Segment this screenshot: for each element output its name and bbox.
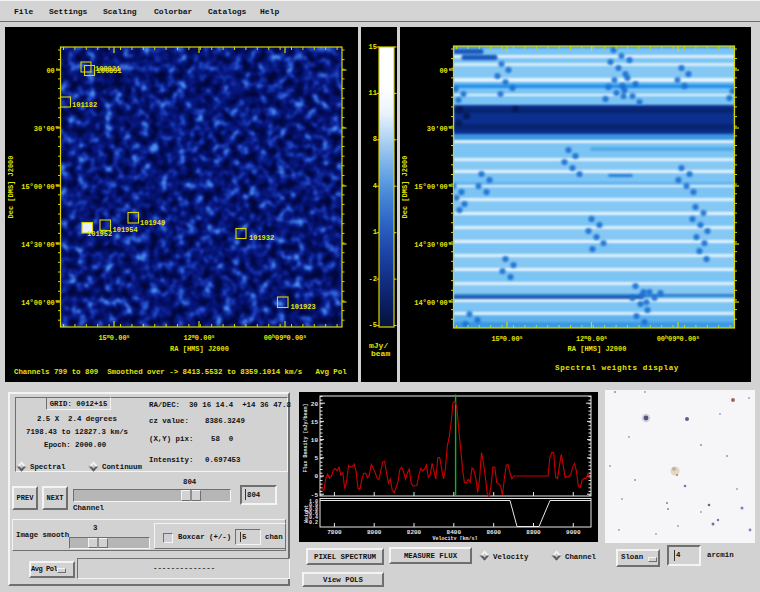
svg-text:30'00": 30'00"	[34, 125, 59, 133]
svg-text:00': 00'	[46, 67, 59, 75]
svg-text:20: 20	[311, 401, 319, 408]
svg-text:30'00": 30'00"	[427, 125, 452, 133]
svg-text:101182: 101182	[72, 101, 97, 109]
svg-text:1: 1	[373, 228, 377, 236]
svg-text:12m0.00s: 12m0.00s	[576, 335, 607, 343]
svg-text:Spectral weights display: Spectral weights display	[555, 364, 679, 372]
svg-text:8800: 8800	[526, 529, 541, 536]
svg-text:Channels 799 to 809 Smoothed: Channels 799 to 809 Smoothed over -> 841…	[14, 368, 347, 376]
svg-text:5: 5	[314, 455, 318, 462]
svg-text:100891: 100891	[97, 67, 122, 75]
svg-text:101932: 101932	[249, 234, 274, 242]
svg-text:15m0.00s: 15m0.00s	[98, 334, 129, 342]
svg-text:-5: -5	[311, 492, 319, 499]
svg-text:beam: beam	[371, 349, 390, 358]
svg-text:101923: 101923	[291, 303, 316, 311]
svg-text:8600: 8600	[486, 529, 501, 536]
svg-text:4: 4	[373, 182, 377, 190]
svg-text:9000: 9000	[566, 529, 581, 536]
svg-text:0: 0	[314, 473, 318, 480]
svg-text:15°00'00": 15°00'00"	[21, 183, 59, 191]
svg-text:101954: 101954	[113, 226, 138, 234]
svg-text:101952: 101952	[87, 230, 112, 238]
svg-text:Dec [DMS] J2000: Dec [DMS] J2000	[7, 155, 15, 218]
svg-text:-5: -5	[369, 321, 377, 329]
svg-text:14°30'00": 14°30'00"	[21, 241, 59, 249]
svg-text:00h09m0.00s: 00h09m0.00s	[264, 334, 307, 342]
svg-text:Dec [DMS] J2000: Dec [DMS] J2000	[401, 155, 409, 218]
svg-text:Velocity [km/s]: Velocity [km/s]	[432, 536, 477, 541]
svg-text:0.2: 0.2	[309, 520, 318, 526]
svg-text:12m0.00s: 12m0.00s	[183, 334, 214, 342]
svg-text:15: 15	[311, 419, 319, 426]
svg-text:15m0.00s: 15m0.00s	[491, 335, 522, 343]
svg-text:7800: 7800	[327, 529, 342, 536]
svg-text:8200: 8200	[407, 529, 422, 536]
svg-text:15: 15	[369, 43, 377, 51]
svg-text:11: 11	[369, 89, 377, 97]
svg-text:Flux Density [mJy/beam]: Flux Density [mJy/beam]	[303, 403, 309, 472]
svg-text:101949: 101949	[140, 219, 165, 227]
svg-text:Weight: Weight	[304, 505, 310, 523]
svg-text:15°00'00": 15°00'00"	[414, 183, 452, 191]
svg-text:10: 10	[311, 437, 319, 444]
svg-text:RA [HMS] J2000: RA [HMS] J2000	[568, 345, 627, 353]
svg-text:14°00'00": 14°00'00"	[414, 299, 452, 307]
svg-text:14°30'00": 14°30'00"	[414, 241, 452, 249]
svg-text:14°00'00": 14°00'00"	[21, 299, 59, 307]
svg-text:8000: 8000	[367, 529, 382, 536]
svg-text:8: 8	[373, 135, 377, 143]
svg-text:00': 00'	[439, 67, 452, 75]
svg-text:-2: -2	[369, 275, 377, 283]
svg-text:00h09m0.00s: 00h09m0.00s	[657, 335, 700, 343]
svg-text:RA [HMS] J2000: RA [HMS] J2000	[170, 345, 229, 353]
